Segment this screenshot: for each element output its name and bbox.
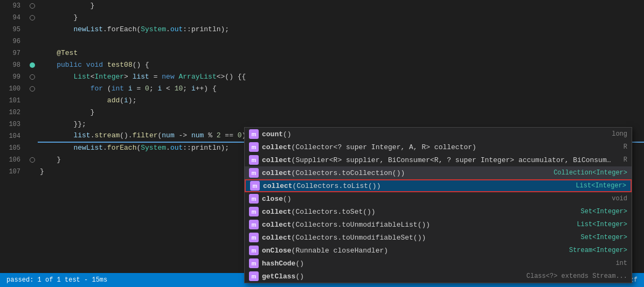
- code-line-101: 101 add(i);: [0, 95, 644, 107]
- item-label-collect1: collect(Collector<? super Integer, A, R>…: [262, 143, 619, 151]
- code-line-95: 95 newList.forEach(System.out::println);: [0, 24, 644, 36]
- gutter-icon-93: [30, 3, 35, 9]
- gutter-icon-100: [30, 86, 35, 92]
- line-content-102: }: [38, 107, 644, 118]
- code-line-98: 98 public void test08() {: [0, 59, 644, 71]
- code-line-102: 102 }: [0, 107, 644, 118]
- item-icon-collect-unmodlist: m: [249, 220, 259, 229]
- item-type-collect-collection: Collection<Integer>: [553, 169, 627, 177]
- autocomplete-item-collect1[interactable]: m collect(Collector<? super Integer, A, …: [245, 141, 632, 153]
- autocomplete-item-count[interactable]: m count() long: [245, 128, 632, 141]
- code-line-99: 99 List<Integer> list = new ArrayList<>(…: [0, 71, 644, 83]
- line-number-94: 94: [0, 14, 27, 22]
- item-icon-collect-collection: m: [249, 168, 259, 178]
- item-label-close: close(): [262, 195, 607, 203]
- line-number-101: 101: [0, 97, 27, 104]
- item-label-hashcode: hashCode(): [262, 260, 611, 268]
- autocomplete-item-getclass[interactable]: m getClass() Class<?> extends Stream...: [245, 270, 632, 283]
- item-type-onclose: Stream<Integer>: [569, 247, 627, 254]
- editor-area: 93 } 94 } 95 newList.forEach(System.out:…: [0, 0, 644, 287]
- item-label-collect-tolist: collect(Collectors.toList()): [263, 182, 571, 190]
- item-label-collect2: collect(Supplier<R> supplier, BiConsumer…: [262, 156, 619, 164]
- line-content-96: [38, 36, 644, 47]
- gutter-icon-99: [30, 74, 35, 80]
- autocomplete-item-collect-unmodlist[interactable]: m collect(Collectors.toUnmodifiableList(…: [245, 218, 632, 231]
- gutter-106: [27, 157, 38, 163]
- gutter-98: [27, 62, 38, 68]
- code-line-97: 97 @Test: [0, 47, 644, 59]
- item-type-collect-unmodlist: List<Integer>: [577, 221, 627, 228]
- gutter-99: [27, 74, 38, 80]
- autocomplete-dropdown[interactable]: m count() long m collect(Collector<? sup…: [244, 127, 632, 283]
- line-number-93: 93: [0, 2, 27, 10]
- line-number-107: 107: [0, 168, 27, 176]
- status-left: passed: 1 of 1 test - 15ms: [6, 276, 107, 284]
- item-type-collect1: R: [624, 143, 627, 151]
- status-passed-text: passed: 1 of 1 test - 15ms: [6, 276, 107, 284]
- item-icon-getclass: m: [249, 271, 259, 281]
- code-line-93: 93 }: [0, 0, 644, 12]
- gutter-94: [27, 15, 38, 20]
- item-type-count: long: [612, 130, 627, 138]
- line-content-100: for (int i = 0; i < 10; i++) {: [38, 83, 644, 95]
- item-type-hashcode: int: [615, 260, 627, 267]
- code-line-100: 100 for (int i = 0; i < 10; i++) {: [0, 83, 644, 95]
- item-icon-collect2: m: [249, 155, 259, 165]
- line-number-102: 102: [0, 109, 27, 116]
- item-label-collect-collection: collect(Collectors.toCollection()): [262, 169, 549, 177]
- item-icon-collect-unmodset: m: [249, 233, 259, 242]
- item-label-getclass: getClass(): [262, 272, 522, 281]
- item-icon-collect1: m: [249, 142, 259, 152]
- item-icon-hashcode: m: [249, 258, 259, 268]
- line-content-93: }: [38, 0, 644, 12]
- autocomplete-item-collect2[interactable]: m collect(Supplier<R> supplier, BiConsum…: [245, 153, 632, 166]
- item-icon-close: m: [249, 194, 259, 204]
- item-type-collect2: R: [624, 156, 627, 164]
- item-icon-collect-tolist: m: [250, 181, 260, 191]
- autocomplete-item-onclose[interactable]: m onClose(Runnable closeHandler) Stream<…: [245, 244, 632, 257]
- autocomplete-item-close[interactable]: m close() void: [245, 192, 632, 205]
- line-number-97: 97: [0, 50, 27, 57]
- item-type-collect-toset: Set<Integer>: [581, 208, 627, 215]
- item-type-collect-unmodset: Set<Integer>: [581, 234, 627, 241]
- line-number-99: 99: [0, 73, 27, 81]
- autocomplete-item-hashcode[interactable]: m hashCode() int: [245, 257, 632, 270]
- item-type-close: void: [612, 195, 627, 202]
- item-label-collect-unmodset: collect(Collectors.toUnmodifiableSet()): [262, 234, 577, 242]
- gutter-100: [27, 86, 38, 92]
- line-number-98: 98: [0, 61, 27, 69]
- item-type-collect-tolist: List<Integer>: [576, 182, 626, 190]
- code-line-96: 96: [0, 36, 644, 47]
- line-number-104: 104: [0, 132, 27, 140]
- line-content-99: List<Integer> list = new ArrayList<>() {…: [38, 71, 644, 83]
- autocomplete-item-collect-tolist[interactable]: m collect(Collectors.toList()) List<Inte…: [245, 179, 632, 192]
- line-number-106: 106: [0, 156, 27, 164]
- autocomplete-item-collect-collection[interactable]: m collect(Collectors.toCollection()) Col…: [245, 166, 632, 179]
- line-content-94: }: [38, 12, 644, 24]
- line-number-95: 95: [0, 26, 27, 33]
- gutter-93: [27, 3, 38, 9]
- item-icon-count: m: [249, 129, 259, 139]
- line-content-98: public void test08() {: [38, 59, 644, 71]
- item-type-getclass: Class<?> extends Stream...: [527, 272, 627, 280]
- autocomplete-item-collect-unmodset[interactable]: m collect(Collectors.toUnmodifiableSet()…: [245, 231, 632, 244]
- line-number-96: 96: [0, 38, 27, 45]
- line-number-100: 100: [0, 85, 27, 93]
- line-content-95: newList.forEach(System.out::println);: [38, 24, 644, 36]
- autocomplete-item-collect-toset[interactable]: m collect(Collectors.toSet()) Set<Intege…: [245, 205, 632, 218]
- item-label-collect-toset: collect(Collectors.toSet()): [262, 208, 577, 216]
- gutter-icon-106: [30, 157, 35, 163]
- item-label-onclose: onClose(Runnable closeHandler): [262, 247, 565, 255]
- line-content-101: add(i);: [38, 95, 644, 107]
- item-label-count: count(): [262, 130, 607, 138]
- code-line-94: 94 }: [0, 12, 644, 24]
- line-number-105: 105: [0, 144, 27, 152]
- gutter-icon-94: [30, 15, 35, 20]
- item-label-collect-unmodlist: collect(Collectors.toUnmodifiableList()): [262, 221, 572, 229]
- line-number-103: 103: [0, 121, 27, 128]
- gutter-icon-98: [30, 62, 35, 68]
- item-icon-onclose: m: [249, 246, 259, 255]
- line-content-97: @Test: [38, 47, 644, 59]
- item-icon-collect-toset: m: [249, 207, 259, 216]
